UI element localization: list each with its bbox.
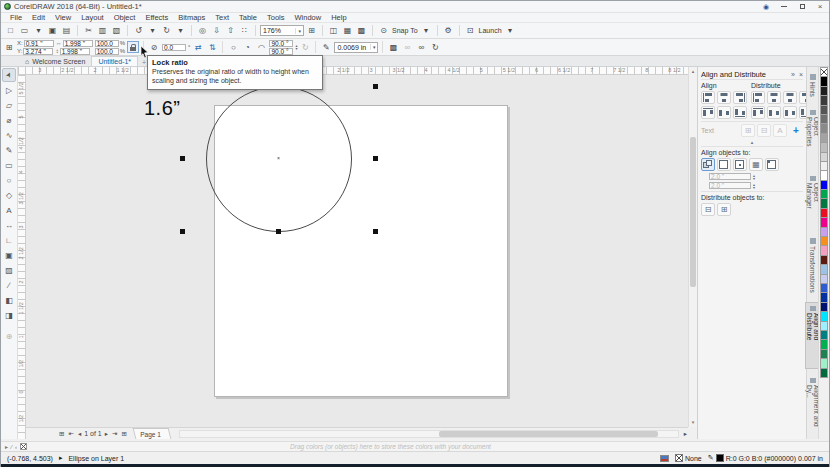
distribute-center-h-button[interactable] [767, 91, 781, 104]
align-to-page-edge-button[interactable] [717, 158, 731, 171]
palette-scroll-left-icon[interactable]: ‹ [15, 444, 17, 450]
menu-item[interactable]: Effects [140, 13, 173, 22]
tool-dimension[interactable]: ↔ [2, 218, 16, 232]
wrap-paragraph-text-button[interactable]: ▩ [387, 41, 399, 53]
launch-icon[interactable]: ⊡ [464, 24, 477, 37]
vertical-scroll-thumb[interactable] [690, 137, 696, 287]
docker-flyout-icon[interactable]: » [791, 71, 795, 78]
tool-text[interactable]: A [2, 203, 16, 217]
zoom-caret-icon[interactable]: ▾ [295, 28, 301, 34]
menu-item[interactable]: Table [234, 13, 262, 22]
tool-ellipse[interactable]: ○ [2, 173, 16, 187]
object-width-field[interactable]: 1.998 " [63, 40, 93, 47]
publish-to-pdf-button[interactable]: ∷ [238, 24, 251, 37]
menu-item[interactable]: Window [289, 13, 326, 22]
close-button[interactable]: × [811, 1, 829, 12]
full-screen-preview-button[interactable]: ⊞ [305, 24, 318, 37]
undo-button[interactable]: ↺ [132, 24, 145, 37]
align-center-vertically-button[interactable] [717, 106, 731, 119]
align-x-spinner[interactable]: ▴▾ [753, 174, 755, 180]
menu-item[interactable]: Object [109, 13, 141, 22]
minimize-button[interactable] [775, 1, 793, 12]
tool-smart-fill[interactable]: ◨ [2, 308, 16, 322]
change-direction-button[interactable]: ↻ [299, 41, 311, 53]
show-grid-button[interactable]: ▦ [341, 24, 354, 37]
selection-handle-ne[interactable] [373, 84, 378, 89]
arc-mode-button[interactable]: ◠ [255, 41, 267, 53]
options-gear-icon[interactable]: ⚙ [442, 24, 455, 37]
tool-transparency[interactable]: ▨ [2, 263, 16, 277]
rotation-angle-field[interactable]: 0.0 [162, 44, 186, 51]
launch-label[interactable]: Launch [479, 27, 502, 34]
mirror-vertical-button[interactable]: ⇅ [206, 41, 218, 53]
next-page-button[interactable]: ▸ [104, 430, 109, 438]
menu-item[interactable]: Layout [76, 13, 109, 22]
tool-interactive-fill[interactable]: ◧ [2, 293, 16, 307]
distribute-right-button[interactable] [799, 91, 806, 104]
snap-to-dropdown[interactable]: ▾ [420, 24, 433, 37]
page-1-tab[interactable]: Page 1 [132, 428, 170, 439]
zoom-level-combo[interactable]: 176%▾ [260, 25, 304, 36]
scroll-right-arrow[interactable]: ▸ [683, 430, 688, 438]
redo-dropdown[interactable]: ▾ [174, 24, 187, 37]
palette-eyedropper-icon[interactable]: ∕ [11, 444, 12, 450]
tool-zoom[interactable]: ⌀ [2, 113, 16, 127]
search-content-button[interactable]: ◎ [196, 24, 209, 37]
restore-button[interactable] [793, 1, 811, 12]
tool-polygon[interactable]: ◇ [2, 188, 16, 202]
object-center-marker[interactable]: × [277, 157, 280, 160]
scale-h-field[interactable]: 100.0 [95, 40, 119, 47]
add-page-right-button[interactable]: ⊞ [120, 430, 127, 438]
menu-item[interactable]: File [5, 13, 27, 22]
tab-untitled-1[interactable]: Untitled-1* [91, 56, 138, 66]
tool-connector[interactable]: ∟ [2, 233, 16, 247]
docker-tab[interactable]: Hints [809, 71, 816, 100]
previous-page-button[interactable]: ◂ [77, 430, 82, 438]
distribute-to-page-button[interactable]: ⊞ [717, 203, 731, 216]
save-button[interactable]: ▣ [46, 24, 59, 37]
vertical-ruler[interactable]: 5 1/254 1/243 1/232 1/221 1/211/201/2 [18, 75, 26, 439]
scale-v-field[interactable]: 100.0 [95, 48, 119, 55]
menu-item[interactable]: Edit [27, 13, 50, 22]
menu-item[interactable]: Tools [262, 13, 290, 22]
copy-button[interactable]: ▥ [96, 24, 109, 37]
selection-handle-e[interactable] [373, 156, 378, 161]
palette-flyout-icon[interactable]: ▸ [5, 443, 8, 450]
menu-item[interactable]: Bitmaps [173, 13, 210, 22]
collapse-section-arrow[interactable]: ▴ [701, 139, 803, 147]
distribute-left-button[interactable] [751, 91, 765, 104]
undo-dropdown[interactable]: ▾ [146, 24, 159, 37]
tool-shape[interactable]: ▷ [2, 83, 16, 97]
open-dropdown[interactable]: ▾ [32, 24, 45, 37]
align-center-horizontally-button[interactable] [717, 91, 731, 104]
drawing-canvas[interactable]: 1.6” × [26, 75, 688, 427]
vertical-scrollbar[interactable]: ▴ ▾ [688, 67, 697, 427]
export-button[interactable]: ⇧ [224, 24, 237, 37]
outline-color-swatch[interactable] [716, 454, 724, 462]
no-color-swatch[interactable] [20, 443, 27, 450]
last-page-button[interactable]: ⇥ [111, 430, 118, 438]
docker-close-icon[interactable]: × [799, 71, 803, 78]
end-angle-field[interactable]: 90.0 ° [269, 48, 293, 55]
text-align-bounding-box-button[interactable]: A [773, 124, 787, 137]
convert-to-curves-button[interactable]: ↻ [429, 41, 441, 53]
chain-link-button-2[interactable]: ∞ [415, 41, 427, 53]
align-top-button[interactable] [701, 106, 715, 119]
snap-icon[interactable]: ⊙ [377, 24, 390, 37]
paste-button[interactable]: ▧ [110, 24, 123, 37]
align-to-grid-button[interactable]: ▦ [749, 158, 763, 171]
redo-button[interactable]: ↻ [160, 24, 173, 37]
snap-to-label[interactable]: Snap To [392, 27, 418, 34]
open-button[interactable]: ▭ [18, 24, 31, 37]
object-y-field[interactable]: 3.274 " [23, 48, 53, 55]
tool-pick[interactable]: ➤ [2, 68, 16, 82]
angle-spinner[interactable]: ▴▾ [295, 44, 297, 50]
new-document-button[interactable]: □ [4, 24, 17, 37]
chain-link-button-1[interactable]: ∞ [401, 41, 413, 53]
distribute-spacing-h-button[interactable] [783, 91, 797, 104]
mirror-horizontal-button[interactable]: ⇄ [192, 41, 204, 53]
account-icon[interactable]: ◉ [757, 1, 775, 12]
launch-dropdown[interactable]: ▾ [504, 24, 517, 37]
object-x-field[interactable]: 0.91 " [24, 40, 54, 47]
distribute-to-selection-button[interactable]: ⊟ [701, 203, 715, 216]
